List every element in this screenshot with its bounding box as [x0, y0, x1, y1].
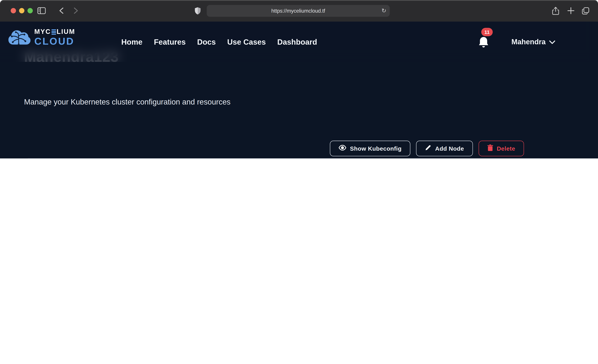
- nav-links: Home Features Docs Use Cases Dashboard: [121, 22, 317, 62]
- nav-link-docs[interactable]: Docs: [197, 38, 216, 46]
- bell-icon: [478, 43, 489, 50]
- sidebar-toggle-icon[interactable]: [36, 5, 47, 16]
- close-window-button[interactable]: [11, 8, 16, 13]
- shield-icon[interactable]: [192, 5, 203, 16]
- site-navbar: MYCLIUM CLOUD Home Features Docs Use Cas…: [0, 22, 598, 62]
- delete-cluster-button[interactable]: Delete: [479, 141, 524, 156]
- brand-logo[interactable]: MYCLIUM CLOUD: [8, 29, 75, 46]
- browser-toolbar: https://myceliumcloud.tf ↻: [0, 0, 598, 22]
- cluster-details-panel: Project NameMahendra123 Created10/29/202…: [25, 158, 543, 158]
- page-subtitle: Manage your Kubernetes cluster configura…: [24, 98, 231, 106]
- new-tab-icon[interactable]: [565, 5, 576, 16]
- forward-icon[interactable]: [71, 5, 81, 16]
- notifications-button[interactable]: 11: [478, 36, 490, 49]
- nav-link-use-cases[interactable]: Use Cases: [227, 38, 266, 46]
- add-node-button[interactable]: Add Node: [416, 141, 473, 156]
- brand-wordmark-top: MYCLIUM: [34, 29, 75, 35]
- stylized-e-icon: [51, 29, 56, 35]
- tab-overview-icon[interactable]: [580, 5, 591, 16]
- pencil-icon: [425, 144, 431, 152]
- page-body: Mahendra123 Manage your Kubernetes clust…: [0, 22, 598, 158]
- url-text: https://myceliumcloud.tf: [271, 8, 325, 14]
- share-icon[interactable]: [550, 5, 561, 16]
- eye-icon: [339, 145, 346, 152]
- traffic-lights: [11, 8, 33, 13]
- minimize-window-button[interactable]: [19, 8, 25, 13]
- nav-link-features[interactable]: Features: [154, 38, 186, 46]
- mycelium-cloud-logo-icon: [8, 29, 31, 46]
- zoom-window-button[interactable]: [27, 8, 33, 13]
- back-icon[interactable]: [56, 5, 67, 16]
- chevron-down-icon: [549, 38, 555, 46]
- address-bar[interactable]: https://myceliumcloud.tf ↻: [207, 5, 390, 17]
- reload-icon[interactable]: ↻: [382, 7, 386, 14]
- nav-link-dashboard[interactable]: Dashboard: [277, 38, 317, 46]
- browser-window: https://myceliumcloud.tf ↻ Mahendra123 M…: [0, 0, 598, 158]
- trash-icon: [487, 144, 493, 152]
- user-menu[interactable]: Mahendra: [511, 22, 555, 62]
- nav-link-home[interactable]: Home: [121, 38, 142, 46]
- brand-wordmark-bottom: CLOUD: [34, 36, 75, 46]
- cluster-actions: Show Kubeconfig Add Node Delete: [330, 141, 524, 156]
- show-kubeconfig-button[interactable]: Show Kubeconfig: [330, 141, 410, 156]
- notification-count-badge: 11: [481, 28, 493, 36]
- user-name: Mahendra: [511, 38, 546, 46]
